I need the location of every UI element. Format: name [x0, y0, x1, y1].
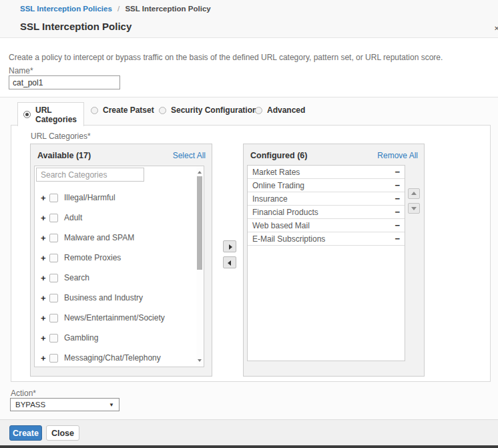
configured-row: Financial Products −	[248, 206, 405, 219]
expand-icon[interactable]: +	[41, 193, 49, 203]
available-list: + Illegal/Harmful + Adult + Malwa	[34, 166, 204, 367]
category-checkbox[interactable]	[49, 274, 58, 282]
tab-url-categories[interactable]: URL Categories	[17, 102, 84, 126]
category-label: Adult	[64, 213, 82, 222]
tab-create-patset[interactable]: Create Patset	[91, 105, 154, 115]
available-categories-box: Available (17) Select All + Illegal/Harm…	[30, 144, 212, 377]
configured-row: Insurance −	[248, 192, 405, 206]
configured-row: Market Rates −	[248, 166, 405, 179]
configured-label: Market Rates	[252, 168, 300, 177]
breadcrumb-separator: /	[114, 5, 123, 13]
category-row: + Messaging/Chat/Telephony	[35, 348, 196, 368]
close-button[interactable]: Close	[46, 425, 79, 441]
category-label: Remote Proxies	[64, 253, 121, 262]
move-up-button[interactable]	[408, 188, 420, 199]
search-input[interactable]	[36, 168, 144, 182]
category-checkbox[interactable]	[49, 334, 58, 343]
name-input[interactable]	[9, 75, 120, 89]
breadcrumb-parent-link[interactable]: SSL Interception Policies	[20, 5, 112, 13]
category-checkbox[interactable]	[49, 234, 58, 242]
scroll-down-icon[interactable]	[197, 358, 202, 363]
create-button[interactable]: Create	[9, 425, 42, 441]
remove-icon[interactable]: −	[395, 222, 400, 229]
expand-icon[interactable]: +	[41, 253, 49, 263]
category-checkbox[interactable]	[49, 214, 58, 222]
expand-icon[interactable]: +	[41, 233, 49, 243]
action-field-label: Action*	[11, 389, 36, 398]
category-row: + Malware and SPAM	[35, 228, 196, 248]
configured-label: Web based Mail	[252, 221, 310, 230]
radio-unselected-icon[interactable]	[91, 107, 98, 114]
configured-label: Financial Products	[252, 208, 318, 217]
action-select[interactable]: BYPASS ▼	[10, 398, 119, 411]
select-all-link[interactable]: Select All	[173, 151, 206, 160]
category-checkbox[interactable]	[49, 314, 58, 322]
expand-icon[interactable]: +	[41, 213, 49, 223]
tab-label: Security Configuration	[171, 105, 257, 115]
category-row: + Search	[35, 268, 196, 288]
name-field-label: Name*	[9, 66, 33, 75]
category-label: Messaging/Chat/Telephony	[64, 353, 161, 363]
category-label: Gambling	[64, 333, 98, 343]
category-label: News/Entertainment/Society	[64, 313, 165, 322]
breadcrumb: SSL Interception Policies / SSL Intercep…	[20, 5, 211, 13]
move-left-button[interactable]	[223, 256, 236, 268]
remove-icon[interactable]: −	[395, 169, 400, 176]
window-bottom-edge	[0, 445, 498, 448]
close-icon[interactable]: ✕	[494, 25, 498, 32]
tab-label: Create Patset	[103, 105, 154, 115]
configured-list: Market Rates − Online Trading − Insuranc…	[247, 165, 405, 361]
configured-label: Insurance	[252, 194, 288, 204]
category-label: Business and Industry	[64, 293, 143, 302]
remove-icon[interactable]: −	[395, 209, 400, 216]
category-checkbox[interactable]	[49, 354, 58, 363]
configured-header: Configured (6) Remove All	[250, 151, 418, 160]
category-checkbox[interactable]	[49, 254, 58, 262]
tab-advanced[interactable]: Advanced	[255, 105, 305, 115]
category-checkbox[interactable]	[49, 294, 58, 302]
available-scrollbar[interactable]	[196, 167, 203, 366]
configured-label: Online Trading	[252, 181, 304, 190]
category-row: + Adult	[35, 208, 196, 228]
available-rows: + Illegal/Harmful + Adult + Malwa	[35, 188, 196, 368]
remove-icon[interactable]: −	[395, 196, 400, 202]
radio-unselected-icon[interactable]	[255, 107, 262, 114]
footer-bar: Create Close	[0, 419, 498, 445]
expand-icon[interactable]: +	[41, 293, 49, 303]
page-title: SSL Interception Policy	[20, 21, 132, 32]
category-checkbox[interactable]	[49, 194, 58, 202]
configured-row: E-Mail Subscriptions −	[248, 232, 405, 246]
tab-label: Advanced	[267, 105, 305, 115]
remove-icon[interactable]: −	[395, 182, 400, 189]
radio-unselected-icon[interactable]	[159, 107, 166, 114]
scrollbar-thumb[interactable]	[197, 176, 202, 270]
radio-selected-icon[interactable]	[23, 111, 31, 118]
expand-icon[interactable]: +	[41, 313, 49, 323]
tab-security-configuration[interactable]: Security Configuration	[159, 105, 257, 115]
scroll-up-icon[interactable]	[197, 170, 202, 175]
remove-all-link[interactable]: Remove All	[377, 151, 418, 160]
move-right-button[interactable]	[223, 240, 236, 252]
expand-icon[interactable]: +	[41, 333, 49, 343]
chevron-down-icon: ▼	[109, 402, 119, 408]
move-down-button[interactable]	[408, 203, 420, 214]
category-label: Illegal/Harmful	[64, 193, 115, 202]
action-selected-value: BYPASS	[11, 401, 109, 409]
expand-icon[interactable]: +	[41, 273, 49, 283]
available-header: Available (17) Select All	[37, 151, 206, 160]
category-row: + Business and Industry	[35, 288, 196, 308]
remove-icon[interactable]: −	[395, 236, 400, 242]
tab-section: URL Categories Create Patset Security Co…	[0, 97, 498, 419]
tab-label: URL Categories	[35, 105, 83, 124]
configured-row: Web based Mail −	[248, 219, 405, 232]
policy-description-text: Create a policy to intercept or bypass t…	[9, 53, 483, 62]
configured-label: E-Mail Subscriptions	[252, 234, 325, 244]
configured-title: Configured (6)	[250, 151, 307, 160]
expand-icon[interactable]: +	[41, 353, 49, 363]
breadcrumb-current: SSL Interception Policy	[125, 5, 210, 13]
category-row: + News/Entertainment/Society	[35, 308, 196, 328]
ssl-interception-policy-page: SSL Interception Policies / SSL Intercep…	[0, 0, 498, 448]
url-categories-panel: URL Categories* Available (17) Select Al…	[11, 125, 491, 382]
category-row: + Gambling	[35, 328, 196, 348]
category-row: + Illegal/Harmful	[35, 188, 196, 208]
